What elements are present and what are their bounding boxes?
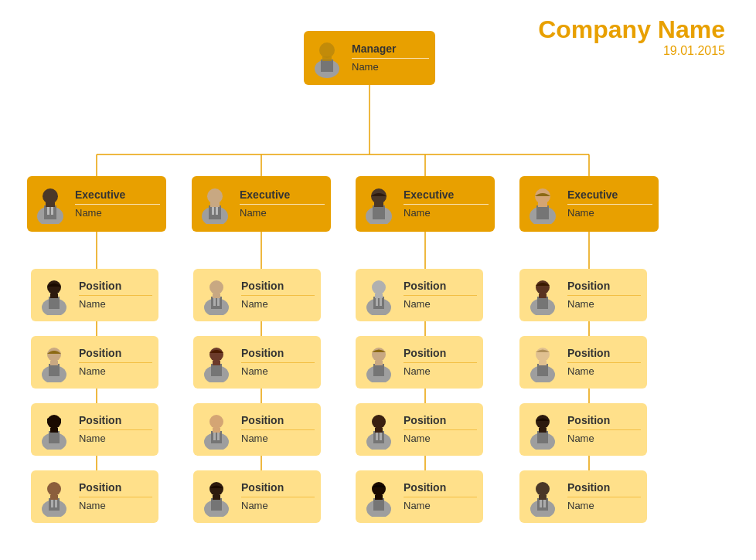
pos-3-3-avatar bbox=[359, 409, 399, 450]
svg-rect-124 bbox=[540, 500, 542, 507]
pos-4-1-avatar bbox=[523, 275, 563, 315]
executive-card-2: Executive Name bbox=[192, 176, 331, 232]
position-card-4-3: Position Name bbox=[519, 403, 647, 456]
position-card-1-1: Position Name bbox=[31, 269, 158, 321]
pos-3-1-name: Name bbox=[404, 298, 477, 311]
svg-rect-100 bbox=[373, 431, 384, 443]
svg-rect-96 bbox=[373, 364, 384, 376]
exec-2-name: Name bbox=[240, 207, 325, 219]
position-card-3-1: Position Name bbox=[356, 269, 483, 321]
pos-4-2-name: Name bbox=[567, 365, 641, 378]
manager-card: Manager Name bbox=[304, 31, 435, 85]
svg-rect-107 bbox=[375, 495, 383, 500]
pos-4-1-title: Position bbox=[567, 280, 641, 293]
svg-point-108 bbox=[536, 280, 550, 294]
pos-2-4-avatar bbox=[196, 477, 237, 517]
pos-3-2-title: Position bbox=[404, 347, 477, 360]
pos-1-4-avatar bbox=[34, 477, 74, 517]
svg-rect-61 bbox=[50, 428, 58, 433]
svg-rect-34 bbox=[47, 207, 49, 215]
svg-rect-82 bbox=[213, 433, 216, 440]
svg-rect-125 bbox=[543, 500, 546, 507]
pos-4-1-text: Position Name bbox=[567, 280, 641, 310]
pos-3-3-text: Position Name bbox=[404, 414, 477, 444]
svg-rect-91 bbox=[375, 294, 383, 298]
position-card-3-4: Position Name bbox=[356, 470, 483, 523]
manager-text: Manager Name bbox=[352, 42, 429, 73]
pos-1-3-title: Position bbox=[79, 414, 152, 427]
svg-rect-83 bbox=[217, 433, 220, 440]
pos-1-2-name: Name bbox=[79, 365, 152, 378]
svg-rect-67 bbox=[55, 500, 57, 507]
svg-rect-118 bbox=[537, 431, 548, 443]
pos-2-4-title: Position bbox=[241, 481, 315, 494]
svg-rect-72 bbox=[213, 298, 216, 306]
svg-point-50 bbox=[47, 280, 61, 294]
pos-1-2-avatar bbox=[34, 342, 74, 382]
svg-point-120 bbox=[536, 482, 550, 496]
manager-name: Name bbox=[352, 61, 429, 73]
manager-title: Manager bbox=[352, 42, 429, 56]
pos-2-1-name: Name bbox=[241, 298, 315, 311]
exec-3-avatar bbox=[359, 184, 399, 224]
position-card-2-1: Position Name bbox=[193, 269, 321, 321]
pos-1-4-title: Position bbox=[79, 481, 152, 494]
svg-point-88 bbox=[372, 280, 386, 294]
pos-2-2-name: Name bbox=[241, 365, 315, 378]
pos-4-4-name: Name bbox=[567, 500, 641, 512]
svg-rect-111 bbox=[539, 294, 547, 298]
position-card-2-2: Position Name bbox=[193, 336, 321, 389]
svg-rect-38 bbox=[209, 205, 221, 219]
pos-2-1-title: Position bbox=[241, 280, 315, 293]
position-card-1-2: Position Name bbox=[31, 336, 158, 389]
company-name: Company Name bbox=[538, 15, 725, 44]
exec-4-text: Executive Name bbox=[567, 188, 652, 219]
svg-rect-115 bbox=[539, 361, 547, 365]
pos-2-2-text: Position Name bbox=[241, 347, 315, 377]
pos-2-4-text: Position Name bbox=[241, 481, 315, 511]
svg-rect-92 bbox=[376, 298, 378, 306]
exec-2-text: Executive Name bbox=[240, 188, 325, 219]
pos-3-4-text: Position Name bbox=[404, 481, 477, 511]
pos-2-3-name: Name bbox=[241, 433, 315, 445]
svg-rect-35 bbox=[51, 207, 53, 215]
position-card-3-3: Position Name bbox=[356, 403, 483, 456]
svg-rect-103 bbox=[380, 433, 382, 440]
svg-rect-93 bbox=[380, 298, 382, 306]
position-card-2-4: Position Name bbox=[193, 470, 321, 523]
position-card-4-2: Position Name bbox=[519, 336, 647, 389]
pos-4-1-name: Name bbox=[567, 298, 641, 311]
executive-card-3: Executive Name bbox=[356, 176, 495, 232]
position-card-3-2: Position Name bbox=[356, 336, 483, 389]
company-header: Company Name 19.01.2015 bbox=[538, 15, 725, 58]
pos-1-1-title: Position bbox=[79, 280, 152, 293]
pos-1-2-text: Position Name bbox=[79, 347, 152, 377]
svg-point-26 bbox=[319, 42, 335, 58]
svg-rect-119 bbox=[539, 428, 547, 433]
pos-3-4-title: Position bbox=[404, 481, 477, 494]
svg-rect-76 bbox=[211, 364, 222, 376]
svg-rect-48 bbox=[536, 205, 549, 219]
pos-3-2-avatar bbox=[359, 342, 399, 382]
exec-1-avatar bbox=[30, 184, 70, 224]
exec-3-name: Name bbox=[404, 207, 489, 219]
svg-rect-123 bbox=[539, 495, 547, 500]
pos-3-3-title: Position bbox=[404, 414, 477, 427]
svg-rect-28 bbox=[321, 59, 333, 72]
pos-4-2-title: Position bbox=[567, 347, 641, 360]
svg-point-62 bbox=[47, 482, 61, 496]
pos-2-2-avatar bbox=[196, 342, 237, 382]
svg-rect-87 bbox=[213, 495, 220, 500]
svg-rect-52 bbox=[49, 297, 60, 309]
position-card-2-3: Position Name bbox=[193, 403, 321, 456]
svg-rect-122 bbox=[537, 498, 548, 511]
exec-4-name: Name bbox=[567, 207, 652, 219]
svg-rect-70 bbox=[211, 297, 222, 309]
pos-3-4-avatar bbox=[359, 477, 399, 517]
svg-point-116 bbox=[536, 415, 550, 429]
svg-point-74 bbox=[209, 348, 223, 361]
pos-1-4-text: Position Name bbox=[79, 481, 152, 511]
svg-rect-53 bbox=[50, 294, 58, 298]
svg-rect-106 bbox=[373, 498, 384, 511]
pos-4-4-avatar bbox=[523, 477, 563, 517]
